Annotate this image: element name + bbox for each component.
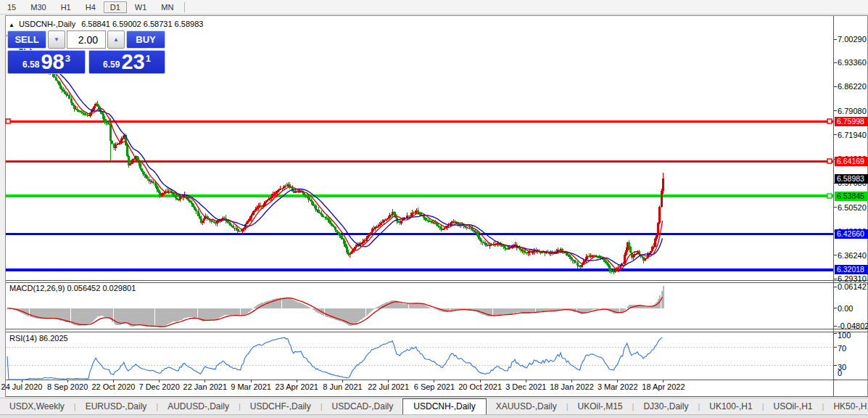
price-tick-label: 6.50520 [838, 203, 867, 212]
chart-title: ▲USDCNH-,Daily6.58841 6.59002 6.58731 6.… [9, 20, 203, 28]
tab-usdcnh-daily[interactable]: USDCNH-,Daily [402, 398, 486, 415]
volume-decrease-button[interactable]: ▼ [48, 30, 65, 49]
date-tick-label: 24 Jul 2020 [1, 382, 43, 391]
symbol-tab-bar: USDX,Weekly|EURUSD-,Daily|AUDUSD-,Daily|… [0, 398, 868, 414]
line-handle [827, 194, 832, 198]
date-tick-label: 22 Jan 2021 [183, 382, 228, 391]
buy-price-small: 6.59 [103, 60, 120, 70]
tab-uk100-h1[interactable]: UK100-,H1 [700, 399, 761, 414]
tab-audusd-daily[interactable]: AUDUSD-,Daily [158, 399, 239, 414]
mt4-window: 15M30H1H4D1W1MN ▲USDCNH-,Daily6.58841 6.… [0, 0, 868, 418]
date-tick-label: 22 Jul 2021 [368, 382, 409, 391]
tab-usdx-weekly[interactable]: USDX,Weekly [0, 399, 74, 414]
tab-dj30-daily[interactable]: DJ30-,Daily [634, 399, 698, 414]
price-tick-label: 6.36240 [838, 251, 867, 260]
buy-price-big: 23 [121, 52, 144, 73]
buy-price-sup: 1 [146, 53, 151, 64]
current-price-badge: 6.58983 [835, 174, 868, 184]
price-line-badge: 6.42660 [835, 229, 868, 239]
price-tick-label: 7.00290 [838, 35, 867, 44]
line-handle [6, 119, 10, 123]
tab-hk50-h1[interactable]: HK50-,H1 [824, 399, 868, 414]
date-tick-label: 8 Jun 2021 [323, 382, 362, 391]
volume-increase-button[interactable]: ▲ [107, 30, 125, 49]
buy-button[interactable]: BUY [126, 30, 165, 49]
price-line-badge: 6.32018 [835, 265, 868, 274]
tab-xauusd-daily[interactable]: XAUUSD-,Daily [487, 399, 566, 414]
window-bottom-edge [0, 414, 868, 418]
date-tick-label: 3 Dec 2021 [505, 382, 546, 391]
price-line-badge: 6.64169 [835, 157, 868, 166]
tab-eurusd-daily[interactable]: EURUSD-,Daily [76, 399, 157, 414]
date-tick-label: 6 Sep 2021 [414, 382, 455, 391]
price-line-badge: 6.75998 [835, 117, 868, 126]
rsi-axis-label: 100 [838, 331, 851, 340]
volume-input[interactable] [67, 30, 106, 49]
macd-axis-label: 0.061427 [838, 282, 868, 291]
macd-axis-label: -0.048025 [838, 321, 868, 330]
rsi-axis-label: 0 [838, 369, 842, 377]
date-tick-label: 18 Jan 2022 [550, 382, 594, 391]
macd-label: MACD(12,26,9) 0.056452 0.029801 [9, 284, 136, 292]
date-tick-label: 20 Oct 2021 [458, 382, 502, 391]
line-handle [827, 159, 832, 163]
price-tick-label: 6.71940 [838, 131, 867, 139]
price-tick-label: 6.86220 [838, 82, 867, 91]
chart-symbol-label: USDCNH-,Daily [19, 20, 75, 28]
sell-button[interactable]: SELL [7, 30, 46, 49]
one-click-trading-panel: SELL ▼ ▲ BUY 6.58 98 3 6.59 23 1 [7, 30, 165, 74]
tab-usdchf-daily[interactable]: USDCHF-,Daily [241, 399, 321, 414]
rsi-label: RSI(14) 86.2025 [9, 334, 68, 343]
date-tick-label: 22 Oct 2020 [91, 382, 135, 391]
price-tick-label: 6.93360 [838, 58, 867, 67]
rsi-axis-label: 70 [838, 344, 846, 353]
price-tick-label: 6.79080 [838, 107, 867, 115]
sell-price-small: 6.58 [22, 60, 39, 70]
price-line-badge: 6.53845 [835, 192, 868, 201]
tab-usoil-h1[interactable]: USOil-,H1 [764, 399, 822, 414]
date-tick-label: 9 Mar 2021 [231, 382, 271, 391]
line-handle [827, 119, 832, 123]
chevron-up-icon: ▲ [113, 36, 119, 43]
chevron-down-icon: ▼ [54, 36, 59, 43]
sell-price-sup: 3 [65, 53, 70, 64]
sell-price-display[interactable]: 6.58 98 3 [7, 50, 86, 74]
date-tick-label: 18 Apr 2022 [642, 382, 685, 391]
date-tick-label: 23 Apr 2021 [276, 382, 318, 391]
tab-ukoil-m15[interactable]: UKOil-,M15 [569, 399, 632, 414]
date-tick-label: 3 Mar 2022 [598, 382, 638, 391]
date-tick-label: 7 Dec 2020 [139, 382, 179, 391]
date-tick-label: 8 Sep 2020 [47, 382, 88, 391]
buy-price-display[interactable]: 6.59 23 1 [88, 50, 165, 74]
tab-usdcad-daily[interactable]: USDCAD-,Daily [323, 399, 403, 414]
sell-price-big: 98 [41, 52, 64, 73]
chart-ohlc-values: 6.58841 6.59002 6.58731 6.58983 [81, 20, 203, 28]
collapse-panel-icon[interactable]: ▲ [9, 22, 15, 28]
macd-axis-label: 0.00 [838, 304, 853, 313]
